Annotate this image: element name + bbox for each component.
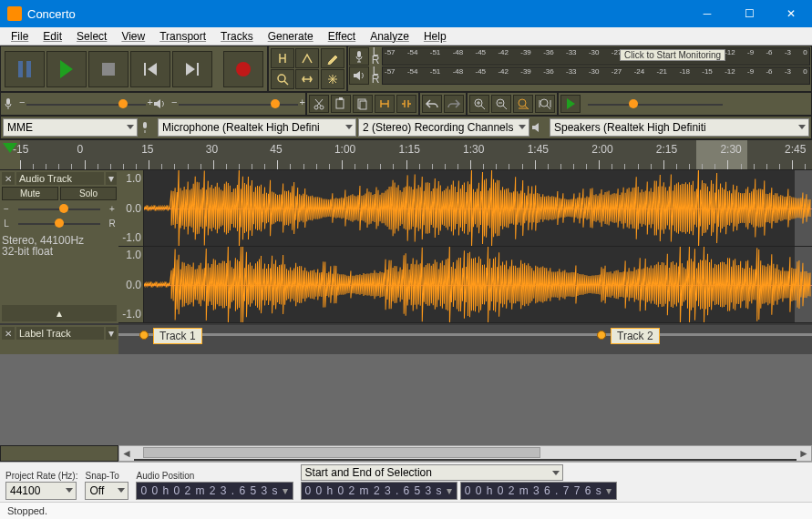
- audio-track: ✕ Audio Track ▾ Mute Solo − + L R Stereo…: [0, 170, 812, 325]
- minimize-button[interactable]: ─: [686, 0, 728, 27]
- cut-button[interactable]: [309, 95, 329, 113]
- waveform-right[interactable]: 1.00.0-1.0: [118, 247, 812, 323]
- label-marker-2[interactable]: [601, 331, 606, 340]
- skip-start-button[interactable]: [130, 51, 170, 87]
- label-area[interactable]: Track 1 Track 2: [118, 325, 812, 354]
- envelope-tool[interactable]: [295, 48, 319, 68]
- timeshift-tool[interactable]: [295, 69, 319, 89]
- timeline[interactable]: -1501530451:001:151:301:452:002:152:302:…: [0, 139, 812, 170]
- zoom-in-button[interactable]: [469, 95, 489, 113]
- window-title: Concerto: [27, 7, 686, 21]
- svg-point-11: [519, 99, 526, 107]
- track-gain-slider[interactable]: [13, 202, 106, 215]
- redo-button[interactable]: [444, 95, 464, 113]
- horizontal-scrollbar[interactable]: ◄ ►: [118, 445, 812, 462]
- undo-button[interactable]: [422, 95, 442, 113]
- mic-meter-icon[interactable]: [349, 47, 369, 66]
- close-button[interactable]: ✕: [770, 0, 812, 27]
- menu-transport[interactable]: Transport: [152, 28, 213, 45]
- meters-panel: LR -57-54-51-48-45-42-39-36-33-30-27-24-…: [347, 46, 812, 92]
- selection-tool[interactable]: [271, 48, 294, 68]
- maximize-button[interactable]: ☐: [728, 0, 770, 27]
- snap-to-label: Snap-To: [85, 471, 128, 481]
- menu-generate[interactable]: Generate: [261, 28, 321, 45]
- skip-end-button[interactable]: [172, 51, 212, 87]
- track-format-info: Stereo, 44100Hz 32-bit float: [2, 235, 117, 257]
- copy-button[interactable]: [331, 95, 351, 113]
- recording-volume-slider[interactable]: −+: [21, 95, 151, 113]
- titlebar: Concerto ─ ☐ ✕: [0, 0, 812, 27]
- multi-tool[interactable]: [321, 69, 344, 89]
- pause-button[interactable]: [5, 51, 45, 87]
- audio-host-select[interactable]: MME: [3, 118, 138, 137]
- recording-device-select[interactable]: Microphone (Realtek High Defini: [158, 118, 356, 137]
- label-marker-1[interactable]: [144, 331, 149, 340]
- menu-edit[interactable]: Edit: [36, 28, 69, 45]
- speaker-meter-icon[interactable]: [349, 66, 369, 85]
- menu-effect[interactable]: Effect: [321, 28, 363, 45]
- project-rate-select[interactable]: 44100: [5, 482, 77, 500]
- track-name[interactable]: Audio Track: [16, 172, 104, 185]
- silence-button[interactable]: [396, 95, 416, 113]
- playback-volume-slider[interactable]: −+: [173, 95, 303, 113]
- recording-meter[interactable]: -57-54-51-48-45-42-39-36-33-30-27-24-21-…: [382, 47, 810, 66]
- label-track-name[interactable]: Label Track: [16, 327, 104, 340]
- fit-selection-button[interactable]: [513, 95, 533, 113]
- selection-start-field[interactable]: 0 0 h 0 2 m 2 3 . 6 5 3 s▾: [301, 482, 457, 500]
- selection-mode-select[interactable]: Start and End of Selection: [301, 464, 563, 481]
- undo-toolbar: [419, 92, 467, 116]
- audio-position-label: Audio Position: [136, 471, 293, 481]
- track-menu-button[interactable]: ▾: [106, 172, 117, 185]
- track-collapse-button[interactable]: ▴: [2, 305, 117, 321]
- play-at-speed-button[interactable]: [560, 95, 581, 113]
- zoom-out-button[interactable]: [491, 95, 511, 113]
- label-track-close-button[interactable]: ✕: [2, 327, 15, 340]
- trim-button[interactable]: [375, 95, 395, 113]
- mixer-toolbar: −+ −+: [0, 92, 306, 116]
- snap-to-select[interactable]: Off: [85, 482, 128, 500]
- record-button[interactable]: [223, 51, 263, 87]
- menu-view[interactable]: View: [114, 28, 152, 45]
- speaker-icon-2: [531, 122, 548, 133]
- solo-button[interactable]: Solo: [60, 187, 117, 200]
- svg-rect-1: [357, 51, 361, 57]
- track-close-button[interactable]: ✕: [2, 172, 15, 185]
- draw-tool[interactable]: [321, 48, 344, 68]
- svg-rect-13: [143, 122, 147, 128]
- playback-speed-slider[interactable]: [582, 95, 728, 113]
- playback-device-select[interactable]: Speakers (Realtek High Definiti: [550, 118, 809, 137]
- mic-icon: [3, 97, 19, 110]
- fit-project-button[interactable]: [535, 95, 555, 113]
- status-bar: Stopped.: [0, 502, 812, 519]
- svg-point-0: [278, 75, 285, 82]
- mute-button[interactable]: Mute: [2, 187, 58, 200]
- selection-end-field[interactable]: 0 0 h 0 2 m 3 6 . 7 7 6 s▾: [460, 482, 617, 500]
- label-2[interactable]: Track 2: [611, 328, 660, 344]
- selection-toolbar: Project Rate (Hz): 44100 Snap-To Off Aud…: [0, 463, 812, 502]
- play-button[interactable]: [46, 51, 87, 87]
- zoom-tool[interactable]: [271, 69, 294, 89]
- svg-rect-8: [360, 101, 366, 109]
- label-1[interactable]: Track 1: [153, 328, 202, 344]
- tools-toolbar: [268, 46, 347, 92]
- menu-tracks[interactable]: Tracks: [213, 28, 261, 45]
- svg-rect-6: [339, 97, 343, 100]
- track-pan-slider[interactable]: [13, 217, 106, 229]
- transport-toolbar: [0, 46, 268, 92]
- paste-button[interactable]: [353, 95, 373, 113]
- stop-button[interactable]: [88, 51, 128, 87]
- menu-select[interactable]: Select: [69, 28, 114, 45]
- play-at-speed-toolbar: [558, 92, 812, 116]
- recording-channels-select[interactable]: 2 (Stereo) Recording Channels: [358, 118, 529, 137]
- label-track-menu-button[interactable]: ▾: [106, 327, 117, 340]
- menu-analyze[interactable]: Analyze: [363, 28, 416, 45]
- audio-position-field[interactable]: 0 0 h 0 2 m 2 3 . 6 5 3 s▾: [136, 482, 293, 500]
- menu-help[interactable]: Help: [416, 28, 454, 45]
- waveform-left[interactable]: 1.00.0-1.0: [118, 170, 812, 247]
- playback-meter[interactable]: -57-54-51-48-45-42-39-36-33-30-27-24-21-…: [382, 66, 810, 85]
- meter-lr-label-2: LR: [371, 67, 380, 84]
- svg-point-12: [540, 99, 548, 107]
- menu-file[interactable]: File: [4, 28, 36, 45]
- speaker-icon: [153, 98, 171, 109]
- meter-lr-label: LR: [371, 48, 380, 65]
